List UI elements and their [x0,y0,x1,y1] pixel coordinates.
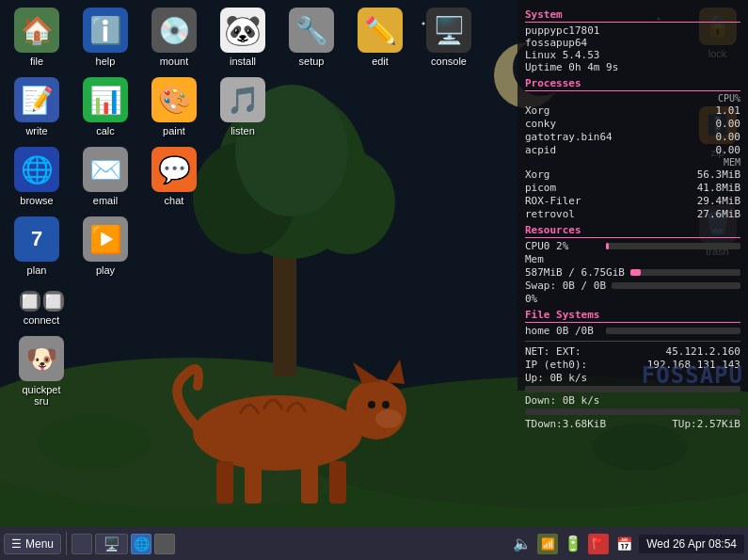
menu-button[interactable]: ☰ ☰ Menu Menu [4,534,61,554]
sysmon-transfer: TDown:3.68KiB TUp:2.57KiB [525,418,740,430]
desktop-icons: 🏠 file ℹ️ help 💿 mount 🐼 install 🔧 setup… [5,5,481,409]
taskbar-sep-1 [66,532,67,555]
svg-point-21 [375,409,402,428]
sysmon-processes-title: Processes [525,77,740,91]
sysmon-cpu0-row: CPU0 2% [525,240,740,252]
tray-audio-icon[interactable]: 🔈 [512,534,533,554]
icon-edit[interactable]: ✏️ edit [348,5,412,70]
tray-calendar-icon[interactable]: 📅 [613,534,634,554]
sysmon-swap-pct: 0% [525,293,740,305]
icon-calc[interactable]: 📊 calc [73,74,137,139]
sysmon-proc-xorg: Xorg1.01 [525,104,740,117]
sysmon-cpu-header: CPU% [525,93,740,104]
sysmon-distro: fossapup64 [525,37,740,49]
icon-row-5: ⬜ ⬜ connect [5,288,481,328]
sysmon-mem-bar [630,269,641,276]
sysmon-hostname: puppypc17801 [525,24,740,37]
icon-quickpet[interactable]: 🐶 quickpet sru [5,333,78,409]
sysmon-mem-rox: ROX-Filer29.4MiB [525,195,740,207]
icon-setup[interactable]: 🔧 setup [279,5,343,70]
icon-row-2: 📝 write 📊 calc 🎨 paint 🎵 listen [5,74,481,139]
sysmon-mem-row: 587MiB / 6.75GiB [525,266,740,279]
svg-rect-25 [245,461,262,504]
icon-connect[interactable]: ⬜ ⬜ connect [5,288,78,328]
sysmon-mem-header: MEM [525,157,740,168]
tray-clock: Wed 26 Apr 08:54 [639,535,744,553]
icon-row-6: 🐶 quickpet sru [5,333,481,409]
fossapu-watermark: FOSSAPU [642,362,743,389]
icon-write[interactable]: 📝 write [5,74,69,139]
icon-chat[interactable]: 💬 chat [142,144,206,209]
system-monitor-panel: System puppypc17801 fossapup64 Linux 5.4… [517,0,748,391]
taskbar-window-2[interactable]: 🖥️ [95,534,128,554]
taskbar-tray: 🔈 📶 🔋 🚩 📅 Wed 26 Apr 08:54 [512,534,744,554]
svg-rect-26 [301,461,318,504]
sysmon-down-bar [525,408,740,415]
icon-mount[interactable]: 💿 mount [142,5,206,70]
icon-row-4: 7 plan ▶️ play [5,214,481,279]
icon-install[interactable]: 🐼 install [211,5,275,70]
taskbar: ☰ ☰ Menu Menu 🖥️ 🌐 🔈 📶 🔋 🚩 📅 Wed 26 Apr … [0,527,748,560]
tray-network-icon[interactable]: 📶 [537,534,558,554]
menu-icon: ☰ [11,537,22,551]
taskbar-window-3[interactable]: 🌐 [131,534,151,554]
icon-email[interactable]: ✉️ email [73,144,137,209]
sysmon-mem-retrovol: retrovol27.6MiB [525,208,740,220]
sysmon-fs-title: File Systems [525,309,740,323]
icon-console[interactable]: 🖥️ console [417,5,481,70]
svg-rect-24 [216,461,233,504]
taskbar-window-1[interactable] [72,534,92,554]
icon-browse[interactable]: 🌐 browse [5,144,69,209]
icon-help[interactable]: ℹ️ help [73,5,137,70]
sysmon-proc-conky: conky0.00 [525,118,740,130]
sysmon-cpu0-bar [606,243,609,249]
svg-rect-27 [329,461,346,504]
icon-row-1: 🏠 file ℹ️ help 💿 mount 🐼 install 🔧 setup… [5,5,481,70]
icon-row-3: 🌐 browse ✉️ email 💬 chat [5,144,481,209]
sysmon-swap-row: Swap: 0B / 0B [525,280,740,292]
sysmon-resources-title: Resources [525,224,740,238]
sysmon-down: Down: 0B k/s [525,394,740,407]
sysmon-proc-acpid: acpid0.00 [525,144,740,156]
sysmon-proc-gatotray: gatotray.bin640.00 [525,131,740,143]
sysmon-mem-label: Mem [525,253,740,265]
icon-paint[interactable]: 🎨 paint [142,74,206,139]
sysmon-mem-picom: picom41.8MiB [525,182,740,194]
icon-listen[interactable]: 🎵 listen [211,74,275,139]
icon-plan[interactable]: 7 plan [5,214,69,279]
tray-power-icon[interactable]: 🔋 [563,534,583,554]
sysmon-kernel: Linux 5.4.53 [525,49,740,61]
svg-point-28 [38,414,151,471]
sysmon-uptime: Uptime 0h 4m 9s [525,61,740,73]
sysmon-mem-xorg: Xorg56.3MiB [525,168,740,181]
tray-flag-icon[interactable]: 🚩 [588,534,609,554]
sysmon-system-title: System [525,8,740,23]
taskbar-window-4[interactable] [154,534,175,554]
icon-file[interactable]: 🏠 file [5,5,69,70]
sysmon-home-row: home 0B /0B [525,325,740,337]
svg-point-29 [593,424,687,471]
icon-play[interactable]: ▶️ play [73,214,137,279]
desktop: 🏠 file ℹ️ help 💿 mount 🐼 install 🔧 setup… [0,0,748,527]
sysmon-net-ext: NET: EXT: 45.121.2.160 [525,345,740,358]
